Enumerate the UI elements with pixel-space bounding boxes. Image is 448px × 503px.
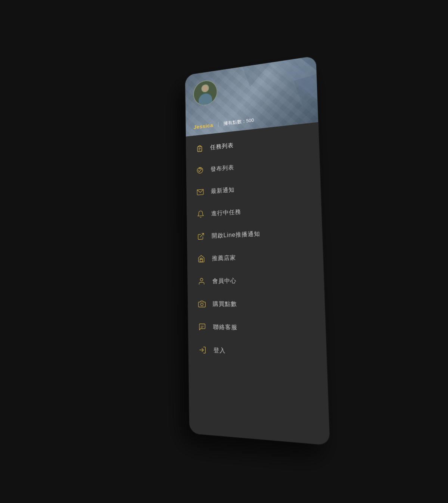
mail-icon xyxy=(196,187,205,197)
phone-panel: Jessica ｜ 擁有點數：500 任務列表 xyxy=(185,56,330,445)
menu-item-contact-service[interactable]: 聯絡客服 xyxy=(188,315,326,341)
menu-item-login[interactable]: 登入 xyxy=(188,338,327,366)
notifications-label: 最新通知 xyxy=(211,186,235,195)
svg-point-20 xyxy=(200,303,203,305)
line-push-label: 開啟Line推播通知 xyxy=(212,230,261,240)
username: Jessica xyxy=(194,122,213,130)
scene: Jessica ｜ 擁有點數：500 任務列表 xyxy=(0,0,448,503)
buy-points-label: 購買點數 xyxy=(213,300,237,308)
recommend-store-label: 推薦店家 xyxy=(212,254,236,263)
publish-list-label: 發布列表 xyxy=(211,164,234,173)
task-list-label: 任務列表 xyxy=(210,142,234,151)
chat-icon xyxy=(197,322,207,332)
svg-rect-11 xyxy=(199,146,200,147)
menu-item-member-center[interactable]: 會員中心 xyxy=(187,267,324,293)
svg-rect-18 xyxy=(200,258,202,260)
avatar xyxy=(193,79,218,107)
bell-icon xyxy=(196,209,205,219)
login-icon xyxy=(198,345,207,355)
contact-service-label: 聯絡客服 xyxy=(213,323,238,331)
member-icon xyxy=(197,276,206,286)
svg-point-19 xyxy=(200,278,203,281)
login-label: 登入 xyxy=(214,347,226,355)
svg-marker-4 xyxy=(243,62,272,88)
store-icon xyxy=(197,254,206,264)
menu-item-recommend-store[interactable]: 推薦店家 xyxy=(187,243,323,270)
publish-icon xyxy=(196,165,205,175)
camera-icon xyxy=(197,299,206,309)
share-icon xyxy=(196,232,205,241)
avatar-figure xyxy=(194,80,217,106)
ongoing-tasks-label: 進行中任務 xyxy=(211,208,241,217)
svg-line-16 xyxy=(200,233,203,237)
menu-item-buy-points[interactable]: 購買點數 xyxy=(188,292,325,316)
svg-rect-7 xyxy=(194,80,217,106)
geo-background xyxy=(243,56,318,130)
task-icon xyxy=(195,144,204,154)
member-center-label: 會員中心 xyxy=(212,277,237,285)
menu-area: 任務列表 發布列表 xyxy=(186,122,327,370)
divider: ｜ xyxy=(216,121,221,128)
